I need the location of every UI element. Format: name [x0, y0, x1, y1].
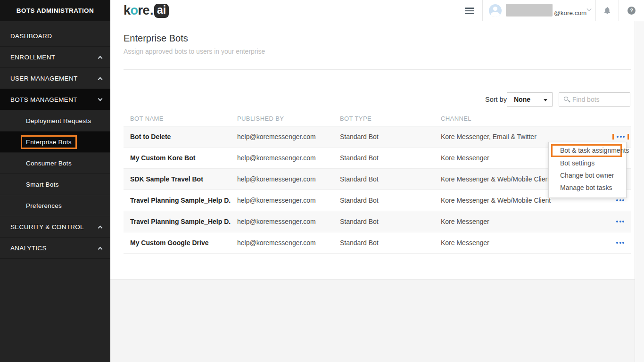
- logo-text: k: [124, 3, 131, 18]
- bot-name-cell: My Custom Kore Bot: [124, 154, 231, 162]
- sidebar-item-analytics[interactable]: ANALYTICS: [0, 238, 110, 259]
- bot-name-cell: SDK Sample Travel Bot: [124, 175, 231, 183]
- bot-type-cell: Standard Bot: [333, 154, 434, 162]
- column-header-published-by: PUBLISHED BY: [231, 115, 333, 122]
- bot-type-cell: Standard Bot: [333, 218, 434, 225]
- sidebar-item-smart-bots[interactable]: Smart Bots: [0, 174, 110, 195]
- sidebar-item-label: ANALYTICS: [10, 245, 47, 252]
- sidebar-item-dashboard[interactable]: DASHBOARD: [0, 25, 110, 47]
- chevron-down-icon: [587, 7, 592, 11]
- channel-cell: Kore Messenger: [434, 218, 585, 225]
- row-actions-ellipsis-icon[interactable]: [615, 240, 625, 246]
- sidebar-item-label: Preferences: [26, 202, 62, 209]
- app-root: BOTS ADMINISTRATION DASHBOARD ENROLLMENT…: [0, 0, 644, 362]
- chevron-up-icon: [98, 77, 103, 82]
- row-actions-ellipsis-icon[interactable]: [615, 219, 625, 224]
- sidebar-item-preferences[interactable]: Preferences: [0, 195, 110, 216]
- sidebar-item-label: Smart Bots: [26, 181, 59, 188]
- channel-cell: Kore Messenger: [434, 239, 585, 247]
- search-input[interactable]: [572, 93, 628, 106]
- column-header-channel: CHANNEL: [434, 115, 585, 122]
- row-actions-ellipsis-icon[interactable]: [615, 197, 625, 203]
- divider: [124, 69, 631, 70]
- chevron-up-icon: [98, 226, 103, 230]
- bot-name-cell: Bot to Delete: [124, 133, 231, 140]
- published-by-cell: help@koremessenger.com: [231, 239, 333, 247]
- published-by-cell: help@koremessenger.com: [231, 218, 333, 225]
- column-header-bot-name: BOT NAME: [124, 115, 231, 122]
- sidebar-item-user-management[interactable]: USER MANAGEMENT: [0, 68, 110, 89]
- scrollbar-track[interactable]: [635, 21, 644, 362]
- row-context-menu: Bot & task assignments Bot settings Chan…: [548, 142, 627, 198]
- chevron-up-icon: [98, 56, 103, 61]
- logo-o: o: [131, 3, 138, 18]
- annotation-box: Enterprise Bots: [21, 135, 77, 149]
- menu-item-bot-task-assignments[interactable]: Bot & task assignments: [549, 144, 626, 157]
- chevron-down-icon: [98, 97, 103, 101]
- sidebar-item-label: ENROLLMENT: [10, 54, 55, 61]
- logo-text: re: [138, 3, 150, 18]
- logo-dot: .: [150, 3, 153, 18]
- logo-ai-badge: ai: [154, 4, 169, 18]
- sidebar-item-security-control[interactable]: SECURITY & CONTROL: [0, 216, 110, 238]
- row-actions-cell: [585, 197, 631, 203]
- menu-icon[interactable]: [465, 8, 474, 14]
- table-row[interactable]: My Custom Google Drive help@koremessenge…: [124, 232, 631, 254]
- channel-cell: Kore Messenger, Email & Twitter: [434, 133, 585, 140]
- divider: [595, 0, 596, 21]
- kore-ai-logo: kore.ai: [124, 3, 169, 18]
- sort-by-label: Sort by: [485, 96, 507, 103]
- chevron-up-icon: [98, 247, 103, 252]
- sidebar-item-label: BOTS MANAGEMENT: [10, 96, 77, 103]
- row-actions-ellipsis-icon[interactable]: [616, 134, 626, 140]
- sidebar: BOTS ADMINISTRATION DASHBOARD ENROLLMENT…: [0, 0, 110, 362]
- sidebar-item-label: Deployment Requests: [26, 117, 91, 124]
- sidebar-title: BOTS ADMINISTRATION: [0, 0, 110, 21]
- divider: [619, 0, 619, 21]
- page-subtitle: Assign approved bots to users in your en…: [124, 48, 265, 55]
- published-by-cell: help@koremessenger.com: [231, 133, 333, 140]
- page-title: Enterprise Bots: [124, 33, 188, 44]
- topbar: kore.ai @kore.com ?: [110, 0, 644, 21]
- table-header: BOT NAME PUBLISHED BY BOT TYPE CHANNEL: [124, 111, 631, 126]
- sidebar-item-consumer-bots[interactable]: Consumer Bots: [0, 153, 110, 174]
- menu-item-manage-bot-tasks[interactable]: Manage bot tasks: [549, 181, 626, 194]
- sidebar-nav: DASHBOARD ENROLLMENT USER MANAGEMENT BOT…: [0, 21, 110, 259]
- annotation-box: [612, 134, 629, 140]
- row-actions-cell: [585, 134, 631, 140]
- sort-dropdown-value: None: [514, 96, 530, 103]
- bot-type-cell: Standard Bot: [333, 197, 434, 204]
- divider: [459, 0, 459, 21]
- user-email-domain: @kore.com: [554, 9, 586, 16]
- notifications-bell-icon[interactable]: [603, 6, 612, 15]
- sidebar-item-label: SECURITY & CONTROL: [10, 223, 84, 230]
- menu-item-change-bot-owner[interactable]: Change bot owner: [549, 169, 626, 181]
- page-background: [110, 279, 644, 362]
- sidebar-item-label: DASHBOARD: [10, 33, 52, 40]
- bot-type-cell: Standard Bot: [333, 133, 434, 140]
- sidebar-item-bots-management[interactable]: BOTS MANAGEMENT: [0, 89, 110, 110]
- user-name-redacted: [506, 4, 553, 16]
- bot-type-cell: Standard Bot: [333, 239, 434, 247]
- help-icon[interactable]: ?: [627, 7, 636, 15]
- bot-type-cell: Standard Bot: [333, 175, 434, 183]
- row-actions-cell: [585, 240, 631, 246]
- sort-dropdown[interactable]: None: [507, 92, 553, 107]
- sidebar-item-label: USER MANAGEMENT: [10, 75, 78, 82]
- menu-item-bot-settings[interactable]: Bot settings: [549, 157, 626, 169]
- sidebar-item-enrollment[interactable]: ENROLLMENT: [0, 47, 110, 68]
- sidebar-item-label: Consumer Bots: [26, 160, 72, 167]
- bot-name-cell: Travel Planning Sample_Help D...: [124, 218, 231, 225]
- published-by-cell: help@koremessenger.com: [231, 197, 333, 204]
- published-by-cell: help@koremessenger.com: [231, 175, 333, 183]
- search-box: [559, 92, 630, 107]
- avatar: [489, 4, 502, 17]
- bot-name-cell: Travel Planning Sample_Help D...: [124, 197, 231, 204]
- sidebar-item-deployment-requests[interactable]: Deployment Requests: [0, 110, 110, 132]
- sidebar-item-label: Enterprise Bots: [26, 139, 72, 146]
- table-row[interactable]: Travel Planning Sample_Help D... help@ko…: [124, 211, 631, 232]
- annotation-box: Bot & task assignments: [551, 144, 622, 157]
- sidebar-item-enterprise-bots[interactable]: Enterprise Bots: [0, 132, 110, 153]
- bot-name-cell: My Custom Google Drive: [124, 239, 231, 247]
- search-icon: [564, 97, 568, 101]
